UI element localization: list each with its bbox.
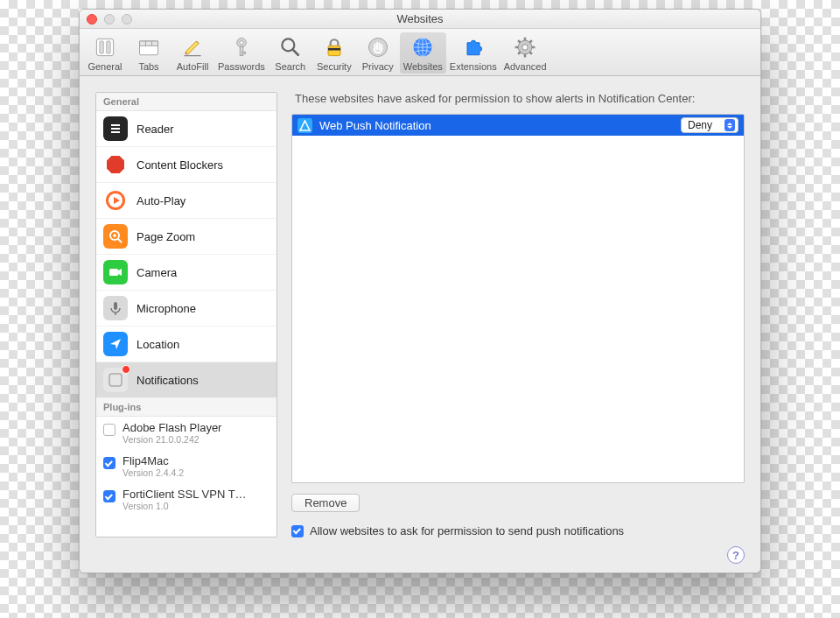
tab-autofill[interactable]: AutoFill: [171, 32, 214, 74]
sidebar-item-label: Microphone: [136, 302, 196, 315]
svg-marker-43: [110, 339, 121, 349]
notifications-icon: [103, 368, 128, 392]
panel-description: These websites have asked for permission…: [295, 92, 745, 105]
plugin-name: Flip4Mac: [122, 455, 184, 467]
tab-label: General: [88, 61, 122, 73]
svg-rect-0: [96, 39, 113, 55]
sidebar-item-label: Page Zoom: [136, 230, 195, 243]
hand-icon: [365, 34, 391, 60]
sidebar-item-location[interactable]: Location: [96, 327, 276, 362]
key-icon: [228, 34, 255, 60]
svg-rect-10: [242, 52, 246, 53]
tab-label: AutoFill: [177, 61, 209, 73]
allow-checkbox[interactable]: [291, 525, 304, 537]
sidebar-item-notifications[interactable]: Notifications: [96, 362, 276, 398]
tab-label: Websites: [403, 61, 443, 73]
permission-select[interactable]: Deny: [681, 117, 738, 133]
titlebar: Websites: [80, 10, 760, 29]
tabs-icon: [136, 34, 162, 60]
svg-line-27: [518, 52, 521, 54]
plugin-row[interactable]: FortiClient SSL VPN T… Version 1.0: [96, 483, 276, 516]
plugin-checkbox[interactable]: [103, 424, 116, 436]
allow-label: Allow websites to ask for permission to …: [310, 524, 624, 537]
zoom-window-button[interactable]: [122, 14, 132, 25]
websites-list[interactable]: Web Push Notification Deny: [291, 114, 745, 483]
tab-general[interactable]: General: [83, 32, 127, 74]
sidebar-item-label: Content Blockers: [136, 158, 223, 172]
gear-icon: [512, 34, 538, 60]
sidebar-item-label: Reader: [136, 123, 174, 136]
minimize-window-button[interactable]: [104, 14, 115, 25]
sidebar-item-label: Camera: [136, 266, 177, 279]
switch-icon: [92, 34, 118, 60]
tab-advanced[interactable]: Advanced: [500, 32, 550, 74]
svg-rect-13: [328, 46, 340, 55]
location-arrow-icon: [103, 332, 128, 356]
lock-icon: [321, 34, 347, 60]
help-button[interactable]: ?: [727, 546, 745, 564]
svg-rect-44: [109, 374, 122, 386]
svg-marker-45: [300, 121, 310, 130]
sidebar-item-page-zoom[interactable]: Page Zoom: [96, 219, 276, 255]
svg-marker-40: [118, 269, 122, 276]
plugin-row[interactable]: Flip4Mac Version 2.4.4.2: [96, 450, 276, 483]
window-title: Websites: [396, 12, 443, 25]
tab-label: Privacy: [362, 61, 394, 73]
content-area: General Reader Content Blockers Auto-Pla…: [80, 76, 760, 546]
svg-rect-2: [107, 41, 110, 53]
preferences-toolbar: General Tabs AutoFill Passwords Search: [80, 29, 760, 76]
magnifier-icon: [277, 34, 304, 60]
plugin-name: Adobe Flash Player: [122, 422, 221, 434]
svg-marker-31: [106, 155, 125, 174]
puzzle-icon: [460, 34, 486, 60]
sidebar-section-general: General: [96, 93, 276, 111]
sidebar-item-auto-play[interactable]: Auto-Play: [96, 183, 276, 219]
svg-point-8: [240, 41, 243, 45]
globe-icon: [410, 34, 436, 60]
permission-value: Deny: [688, 119, 712, 131]
sidebar-item-label: Auto-Play: [136, 194, 186, 207]
plugin-version: Version 2.4.4.2: [122, 467, 184, 478]
pencil-icon: [179, 34, 206, 60]
remove-button[interactable]: Remove: [291, 494, 360, 512]
website-row[interactable]: Web Push Notification Deny: [292, 115, 744, 136]
svg-line-25: [529, 52, 532, 54]
tab-extensions[interactable]: Extensions: [446, 32, 500, 74]
tab-privacy[interactable]: Privacy: [356, 32, 400, 74]
plugin-row[interactable]: Adobe Flash Player Version 21.0.0.242: [96, 417, 276, 450]
tab-search[interactable]: Search: [269, 32, 312, 74]
sidebar-section-plugins: Plug-ins: [96, 398, 276, 417]
zoom-icon: [103, 224, 128, 249]
settings-sidebar: General Reader Content Blockers Auto-Pla…: [95, 92, 277, 537]
tab-label: Advanced: [504, 61, 547, 73]
tab-tabs[interactable]: Tabs: [127, 32, 171, 74]
site-icon: [298, 118, 312, 133]
camera-icon: [103, 260, 128, 284]
svg-line-12: [292, 50, 298, 55]
svg-rect-9: [240, 46, 243, 56]
close-window-button[interactable]: [87, 14, 97, 25]
plugin-checkbox[interactable]: [103, 457, 116, 469]
site-name: Web Push Notification: [319, 119, 681, 132]
stepper-icon: [724, 119, 735, 131]
tab-label: Passwords: [218, 61, 265, 73]
stop-sign-icon: [103, 152, 128, 177]
tab-label: Security: [317, 61, 352, 73]
svg-rect-14: [328, 48, 340, 51]
microphone-icon: [103, 296, 128, 320]
tab-label: Search: [275, 61, 305, 73]
window-controls: [87, 14, 132, 25]
svg-rect-41: [114, 302, 117, 310]
sidebar-item-camera[interactable]: Camera: [96, 255, 276, 291]
tab-security[interactable]: Security: [312, 32, 356, 74]
tab-websites[interactable]: Websites: [400, 32, 446, 74]
svg-line-36: [118, 239, 122, 242]
sidebar-item-reader[interactable]: Reader: [96, 111, 276, 147]
tab-passwords[interactable]: Passwords: [214, 32, 269, 74]
tab-label: Extensions: [450, 61, 497, 73]
plugin-checkbox[interactable]: [103, 490, 116, 502]
preferences-window: Websites General Tabs AutoFill Pass: [79, 9, 761, 573]
sidebar-item-content-blockers[interactable]: Content Blockers: [96, 147, 276, 183]
sidebar-item-microphone[interactable]: Microphone: [96, 291, 276, 327]
reader-icon: [103, 116, 128, 141]
